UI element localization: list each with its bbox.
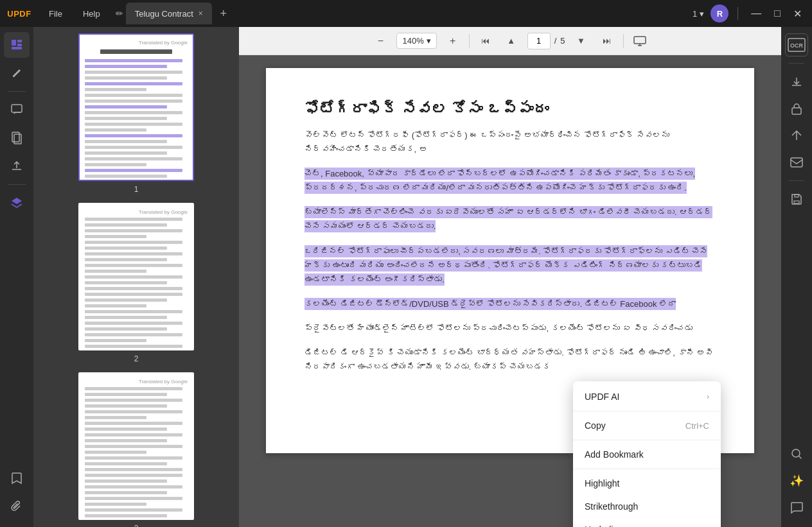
minimize-button[interactable]: — [747, 6, 765, 21]
sidebar-separator-2 [8, 184, 26, 185]
close-button[interactable]: ✕ [790, 6, 806, 21]
context-menu-item-add-bookmark[interactable]: Add Bookmark [573, 443, 721, 466]
thumbnail-panel: Translated by Google [33, 27, 239, 527]
ai-magic-button[interactable]: ✨ [785, 469, 808, 492]
sidebar-thumbnail-icon[interactable] [4, 32, 30, 58]
pdf-para-2: చెట్, Facebook, వ్యాపార కార్డేలు లేదా ఫో… [304, 167, 716, 195]
share-button[interactable] [785, 124, 808, 147]
left-sidebar [0, 27, 33, 527]
titlebar: UPDF File Help ✏ Telugu Contract × + 1 ▾… [0, 0, 812, 27]
svg-rect-2 [17, 44, 22, 46]
search-svg-icon [790, 447, 803, 460]
pdf-para-3-highlighted: బ్యాలెన్స్ మార్తెగా చెల్లించే వరకు ఏరేవే… [304, 206, 712, 232]
context-menu-copy-label: Copy [585, 420, 606, 431]
mail-svg-icon [790, 157, 803, 168]
sidebar-attach-icon[interactable] [4, 494, 30, 519]
thumbnail-page-3[interactable]: Translated by Google [40, 372, 233, 527]
sidebar-layers-icon[interactable] [4, 190, 30, 216]
thumbnail-page-1[interactable]: Translated by Google [40, 33, 233, 194]
comment-svg-icon [10, 103, 23, 116]
pdf-para-3: బ్యాలెన్స్ మార్తెగా చెల్లించే వరకు ఏరేవే… [304, 205, 716, 234]
context-menu-item-highlight[interactable]: Highlight [573, 472, 721, 495]
lock-button[interactable] [785, 97, 808, 120]
new-tab-button[interactable]: + [215, 4, 233, 22]
ocr-svg-icon: OCR [788, 38, 806, 52]
share-svg-icon [790, 129, 803, 142]
svg-rect-1 [17, 40, 22, 42]
pdf-para-4: ఒరిజినల్ ఫోటోగ్రాఫులు చీర్పబడలేదు, సవరణల… [304, 245, 716, 287]
main-area: Translated by Google [0, 27, 812, 527]
tab-label: Telugu Contract [135, 9, 193, 19]
context-menu-separator-2 [573, 440, 721, 440]
menu-help[interactable]: Help [73, 0, 110, 27]
save-svg-icon [790, 193, 803, 205]
svg-rect-3 [12, 47, 22, 49]
right-separator-2 [789, 180, 804, 181]
import-svg-icon [790, 75, 803, 88]
nav-next-button[interactable]: ▼ [572, 31, 591, 51]
present-svg-icon [633, 36, 646, 46]
titlebar-right: 1 ▾ R — □ ✕ [693, 4, 812, 22]
context-menu-item-updf-ai[interactable]: UPDF AI › [573, 385, 721, 408]
mail-button[interactable] [785, 151, 808, 174]
toolbar: − 140% ▾ + ⏮ ▲ / 5 ▼ ⏭ [239, 27, 781, 55]
window-controls: — □ ✕ [747, 6, 806, 21]
thumbnail-page-2[interactable]: Translated by Google [40, 203, 233, 363]
svg-rect-11 [791, 158, 802, 167]
thumb-label-2: 2 [134, 354, 139, 363]
thumb-inner-1: Translated by Google [80, 35, 193, 180]
nav-prev-button[interactable]: ▲ [502, 31, 521, 51]
save-button[interactable] [785, 187, 808, 211]
page-number-input[interactable] [527, 33, 551, 49]
pdf-para-7: డిజిటల్ డి ఆర్కైవ్‌ కి చేయుడానికి కలయెంట… [304, 346, 716, 374]
export-svg-icon [10, 160, 23, 173]
edit-svg-icon [10, 67, 23, 80]
context-menu-add-bookmark-label: Add Bookmark [585, 449, 644, 460]
thumb-inner-2: Translated by Google [80, 204, 193, 349]
maximize-button[interactable]: □ [770, 6, 784, 21]
attach-svg-icon [10, 500, 23, 513]
pdf-title: ఫోటోగ్రాఫిక్ సేవల కోసం ఒప్పందం [304, 100, 716, 118]
sidebar-edit-icon[interactable] [4, 60, 30, 86]
thumb-inner-3: Translated by Google [80, 374, 193, 519]
thumb-label-1: 1 [134, 185, 139, 194]
zoom-out-button[interactable]: − [371, 31, 390, 51]
app-logo: UPDF [0, 0, 39, 27]
nav-first-button[interactable]: ⏮ [476, 31, 495, 51]
import-button[interactable] [785, 70, 808, 93]
sidebar-bottom [4, 465, 30, 527]
sidebar-export-icon[interactable] [4, 153, 30, 179]
sidebar-separator-1 [8, 91, 26, 92]
pdf-para-6: ప్రైవేట్‌లతో హ్యాండ్‌లైన్ హాటెల్లో ఫోటోల… [304, 322, 716, 336]
sidebar-pages-icon[interactable] [4, 125, 30, 151]
page-separator: / [554, 36, 557, 46]
menu-file[interactable]: File [39, 0, 73, 27]
chat-button[interactable] [785, 496, 808, 519]
context-menu-strikethrough-label: Strikethrough [585, 501, 638, 512]
pdf-para-1: వెల్వెట్ లోటన్ ఫోటోగ్రఫీ (ఫోటోగ్రాఫర్) ఈ… [304, 128, 716, 157]
page-number-control[interactable]: 1 ▾ [693, 9, 704, 19]
zoom-in-button[interactable]: + [443, 31, 463, 51]
present-button[interactable] [630, 31, 649, 51]
context-menu-item-underline[interactable]: Underline [573, 518, 721, 527]
context-menu-item-strikethrough[interactable]: Strikethrough [573, 495, 721, 518]
thumb-frame-3: Translated by Google [78, 372, 194, 520]
toolbar-separator-2 [623, 34, 624, 48]
user-avatar[interactable]: R [710, 4, 728, 22]
svg-rect-7 [634, 37, 646, 44]
ocr-button[interactable]: OCR [785, 33, 808, 56]
tab-bar: ✏ Telugu Contract × + [116, 3, 233, 24]
thumb-frame-2: Translated by Google [78, 203, 194, 350]
sidebar-comment-icon[interactable] [4, 97, 30, 123]
zoom-dropdown-arrow: ▾ [427, 36, 431, 46]
sidebar-bookmark-icon[interactable] [4, 465, 30, 491]
pdf-area[interactable]: ఫోటోగ్రాఫిక్ సేవల కోసం ఒప్పందం వెల్వెట్ … [239, 55, 781, 527]
tab-telugu-contract[interactable]: Telugu Contract × [126, 3, 212, 24]
context-menu-item-copy[interactable]: Copy Ctrl+C [573, 414, 721, 437]
tab-close-button[interactable]: × [199, 9, 203, 18]
search-right-button[interactable] [785, 442, 808, 465]
zoom-display[interactable]: 140% ▾ [396, 33, 436, 49]
nav-last-button[interactable]: ⏭ [597, 31, 617, 51]
right-sidebar: OCR [781, 27, 812, 527]
thumbnail-svg-icon [10, 39, 23, 51]
